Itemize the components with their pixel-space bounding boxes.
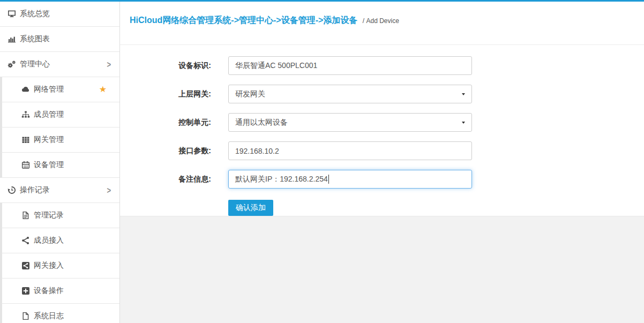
form-row-remark: 备注信息: 默认网关IP：192.168.2.254: [120, 170, 644, 189]
chevron-right-icon: >: [107, 185, 111, 196]
sidebar-item-member-mgmt[interactable]: 成员管理: [0, 102, 119, 127]
grid-icon: [21, 136, 30, 144]
sidebar-item-label: 网关接入: [34, 261, 64, 271]
plus-square-icon: [21, 287, 30, 295]
sitemap-icon: [21, 110, 30, 119]
remark-wrap: 默认网关IP：192.168.2.254: [228, 170, 472, 189]
file-text-icon: [21, 211, 30, 220]
sidebar-item-label: 设备管理: [34, 160, 64, 170]
sidebar-item-admin-center[interactable]: 管理中心 >: [0, 52, 119, 77]
form-row-control-unit: 控制单元: 通用以太网设备: [120, 113, 644, 132]
cloud-icon: [21, 85, 30, 94]
sidebar-item-system-charts[interactable]: 系统图表: [0, 27, 119, 52]
control-unit-label: 控制单元:: [120, 118, 211, 127]
file-icon: [21, 312, 30, 320]
control-unit-selected-value: 通用以太网设备: [235, 118, 288, 127]
bar-chart-icon: [8, 35, 16, 43]
app-layout: 系统总览 系统图表 管理中心 > 网络管理 ★: [0, 2, 644, 323]
sidebar-item-admin-records[interactable]: 管理记录: [0, 203, 119, 228]
breadcrumb-suffix: / Add Device: [363, 17, 399, 25]
sidebar-item-label: 系统日志: [34, 311, 64, 321]
sidebar: 系统总览 系统图表 管理中心 > 网络管理 ★: [0, 2, 120, 323]
sidebar-item-label: 设备操作: [34, 286, 64, 296]
sidebar-item-label: 系统总览: [20, 9, 50, 19]
breadcrumb: HiCloud网络综合管理系统->管理中心->设备管理->添加设备: [130, 16, 357, 25]
form-row-upper-gateway: 上层网关: 研发网关: [120, 85, 644, 103]
sidebar-item-device-mgmt[interactable]: 设备管理: [0, 153, 119, 178]
upper-gateway-label: 上层网关:: [120, 89, 211, 99]
control-unit-select[interactable]: 通用以太网设备: [228, 113, 472, 132]
share-square-icon: [21, 261, 30, 270]
sidebar-item-gateway-mgmt[interactable]: 网关管理: [0, 127, 119, 153]
star-icon: ★: [99, 85, 107, 94]
history-icon: [8, 186, 16, 194]
upper-gateway-selected-value: 研发网关: [235, 89, 265, 99]
sidebar-item-operation-records[interactable]: 操作记录 >: [0, 178, 119, 203]
page-header: HiCloud网络综合管理系统->管理中心->设备管理->添加设备 / Add …: [120, 2, 644, 45]
interface-params-input[interactable]: [228, 141, 472, 160]
select-caret-icon: [462, 122, 465, 124]
sidebar-item-label: 网络管理: [34, 85, 64, 94]
upper-gateway-wrap: 研发网关: [228, 85, 472, 103]
gears-icon: [8, 60, 16, 69]
text-cursor: [328, 175, 329, 184]
select-caret-icon: [462, 93, 465, 95]
interface-params-label: 接口参数:: [120, 146, 211, 156]
device-id-wrap: [228, 56, 472, 75]
desktop-icon: [8, 10, 16, 18]
control-unit-wrap: 通用以太网设备: [228, 113, 472, 132]
sidebar-item-label: 成员管理: [34, 110, 64, 119]
sidebar-item-label: 系统图表: [20, 34, 50, 44]
remark-label: 备注信息:: [120, 175, 211, 184]
confirm-add-button[interactable]: 确认添加: [228, 200, 273, 216]
sidebar-item-network-mgmt[interactable]: 网络管理 ★: [0, 77, 119, 102]
add-device-form: 设备标识: 上层网关: 研发网关 控制单元: 通用以太网: [120, 45, 644, 216]
device-id-input[interactable]: [228, 56, 472, 75]
sidebar-item-device-operation[interactable]: 设备操作: [0, 279, 119, 304]
sidebar-item-gateway-access[interactable]: 网关接入: [0, 253, 119, 279]
lower-background: [120, 216, 644, 323]
form-row-device-id: 设备标识:: [120, 56, 644, 75]
remark-input[interactable]: 默认网关IP：192.168.2.254: [228, 170, 472, 189]
main-content: HiCloud网络综合管理系统->管理中心->设备管理->添加设备 / Add …: [120, 2, 644, 323]
sidebar-item-member-access[interactable]: 成员接入: [0, 228, 119, 253]
form-row-interface-params: 接口参数:: [120, 141, 644, 160]
remark-value: 默认网关IP：192.168.2.254: [235, 175, 328, 184]
sidebar-item-label: 管理记录: [34, 211, 64, 220]
sidebar-item-label: 操作记录: [20, 185, 50, 195]
calendar-icon: [21, 161, 30, 169]
sidebar-item-label: 成员接入: [34, 236, 64, 245]
interface-params-wrap: [228, 141, 472, 160]
upper-gateway-select[interactable]: 研发网关: [228, 85, 472, 103]
sidebar-item-system-overview[interactable]: 系统总览: [0, 2, 119, 27]
device-id-label: 设备标识:: [120, 61, 211, 71]
sidebar-item-label: 管理中心: [20, 59, 50, 69]
sidebar-item-system-log[interactable]: 系统日志: [0, 304, 119, 323]
chevron-right-icon: >: [107, 59, 111, 70]
form-actions: 确认添加: [120, 200, 644, 216]
share-icon: [21, 236, 30, 245]
sidebar-item-label: 网关管理: [34, 135, 64, 145]
